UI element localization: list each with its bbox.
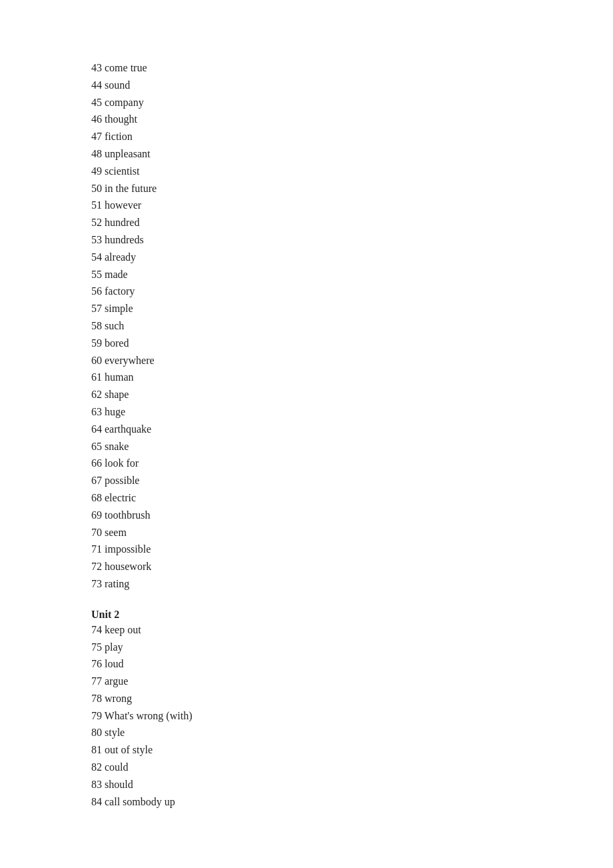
list-item: 74 keep out [91,622,522,639]
list-item: 44 sound [91,77,522,94]
unit2-header: Unit 2 [91,609,522,621]
list-item: 71 impossible [91,541,522,558]
list-item: 49 scientist [91,163,522,180]
list-item: 83 should [91,777,522,793]
list-item: 68 electric [91,490,522,507]
list-item: 79 What's wrong (with) [91,708,522,725]
list-item: 58 such [91,318,522,335]
list-item: 64 earthquake [91,421,522,438]
list-item: 63 huge [91,404,522,421]
list-item: 78 wrong [91,691,522,707]
list-item: 55 made [91,267,522,283]
list-item: 61 human [91,369,522,386]
list-item: 82 could [91,759,522,776]
list-item: 45 company [91,95,522,111]
list-item: 47 fiction [91,129,522,145]
list-item: 67 possible [91,473,522,489]
list-item: 52 hundred [91,215,522,231]
list-item: 65 snake [91,439,522,455]
list-item: 54 already [91,249,522,266]
list-item: 69 toothbrush [91,507,522,524]
list-item: 70 seem [91,525,522,541]
list-item: 66 look for [91,455,522,472]
list-item: 80 style [91,725,522,741]
list-item: 56 factory [91,283,522,300]
list-item: 46 thought [91,111,522,128]
list-item: 57 simple [91,301,522,317]
unit2-list: 74 keep out75 play76 loud77 argue78 wron… [91,622,522,811]
list-item: 53 hundreds [91,232,522,249]
list-item: 50 in the future [91,181,522,197]
list-item: 75 play [91,639,522,656]
list-item: 76 loud [91,656,522,673]
list-item: 43 come true [91,60,522,77]
list-item: 73 rating [91,576,522,593]
list-item: 81 out of style [91,742,522,759]
list-item: 77 argue [91,673,522,690]
list-item: 48 unpleasant [91,146,522,163]
list-item: 84 call sombody up [91,794,522,811]
list-item: 51 however [91,197,522,214]
list-item: 62 shape [91,387,522,403]
list-item: 60 everywhere [91,353,522,369]
word-list: 43 come true44 sound45 company46 thought… [91,60,522,593]
list-item: 72 housework [91,559,522,575]
list-item: 59 bored [91,335,522,352]
